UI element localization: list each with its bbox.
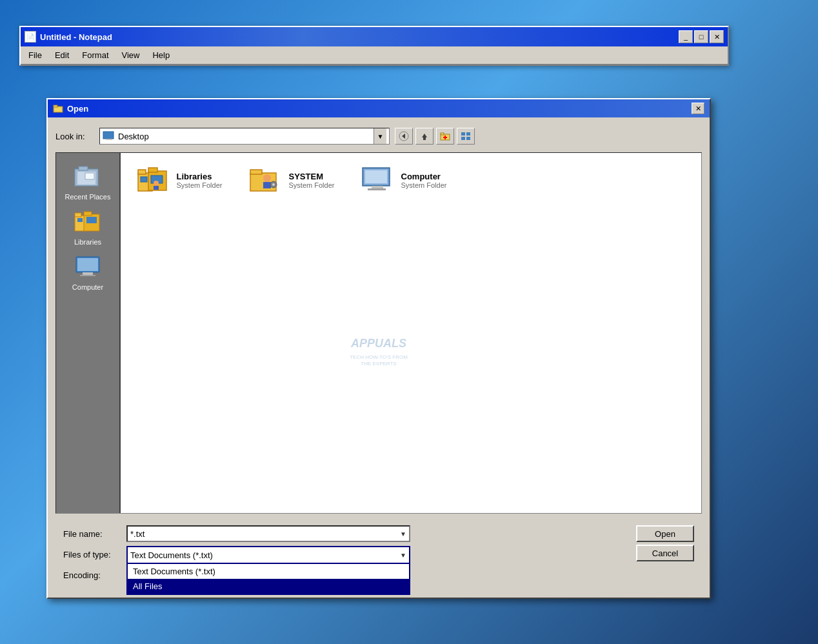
sidebar-recent-label: Recent Places [65,193,111,201]
svg-rect-17 [79,166,88,170]
dialog-title-bar: Open ✕ [48,99,710,117]
svg-rect-37 [154,186,159,190]
svg-rect-27 [77,258,98,271]
dropdown-option-all[interactable]: All Files [128,579,409,594]
content-area: Recent Places [55,152,702,514]
recent-places-icon [72,163,103,190]
file-name-label: File name: [63,529,121,539]
svg-rect-25 [86,217,97,223]
svg-rect-29 [80,275,95,276]
notepad-app-icon: 📄 [25,31,36,43]
files-of-type-row: Files of type: Text Documents (*.txt) ▼ … [63,546,631,563]
notepad-title: Untitled - Notepad [40,32,112,42]
menu-edit[interactable]: Edit [50,48,74,62]
sidebar-item-recent-places[interactable]: Recent Places [65,163,111,201]
svg-rect-39 [250,170,262,174]
files-type-value: Text Documents (*.txt) [130,550,213,560]
file-item-libraries[interactable]: Libraries System Folder [131,163,228,197]
toolbar-buttons [395,128,475,145]
svg-text:APPUALS: APPUALS [350,337,406,350]
file-name-row: File name: *.txt ▼ [63,525,631,542]
svg-rect-14 [461,137,465,140]
action-buttons: Open Cancel [636,525,694,561]
system-text: SYSTEM System Folder [289,172,335,189]
svg-rect-46 [365,170,387,183]
new-folder-button[interactable] [436,128,454,145]
svg-rect-3 [106,139,112,140]
svg-rect-34 [141,177,147,182]
system-name: SYSTEM [289,172,335,181]
computer-name: Computer [401,172,447,181]
sidebar-item-computer[interactable]: Computer [72,254,103,291]
back-icon [399,131,409,141]
file-name-input[interactable]: *.txt ▼ [126,525,410,542]
cancel-button[interactable]: Cancel [636,545,694,561]
desktop-icon [103,131,115,141]
row-with-buttons: File name: *.txt ▼ Files of type: [63,525,694,583]
look-in-bar: Look in: Desktop ▼ [55,125,702,147]
menu-format[interactable]: Format [77,48,114,62]
menu-view[interactable]: View [117,48,145,62]
computer-type: System Folder [401,181,447,189]
svg-rect-23 [84,212,92,216]
svg-rect-31 [138,170,146,174]
up-icon [419,131,430,141]
svg-text:TECH HOW-TO'S FROM: TECH HOW-TO'S FROM [350,354,408,360]
files-type-wrapper: Text Documents (*.txt) ▼ Text Documents … [126,546,410,563]
svg-rect-47 [372,186,383,188]
look-in-combo[interactable]: Desktop ▼ [99,128,390,145]
svg-rect-24 [77,218,83,222]
encoding-label: Encoding: [63,570,121,580]
up-button[interactable] [415,128,434,145]
svg-rect-12 [461,132,465,136]
svg-rect-28 [83,272,93,275]
rows-section: File name: *.txt ▼ Files of type: [63,525,631,583]
svg-point-43 [272,183,275,186]
notepad-title-bar: 📄 Untitled - Notepad _ □ ✕ [21,27,728,46]
open-button[interactable]: Open [636,525,694,542]
menu-file[interactable]: File [23,48,47,62]
svg-point-40 [263,174,271,182]
svg-rect-41 [263,182,271,188]
libraries-text: Libraries System Folder [177,172,223,189]
watermark: APPUALS TECH HOW-TO'S FROM THE EXPERTS [314,321,443,376]
view-button[interactable] [457,128,475,145]
system-icon [249,163,283,197]
svg-rect-33 [148,168,157,172]
dialog-close-button[interactable]: ✕ [692,103,704,114]
close-button[interactable]: ✕ [710,30,724,43]
look-in-dropdown-button[interactable]: ▼ [374,128,386,144]
svg-rect-2 [103,132,114,139]
files-of-type-label: Files of type: [63,550,121,559]
computer-sidebar-icon [72,254,103,281]
libraries-type: System Folder [177,181,223,189]
file-browser: Libraries System Folder [121,153,701,513]
bottom-controls: File name: *.txt ▼ Files of type: [55,519,702,590]
svg-point-36 [154,181,159,186]
system-type: System Folder [289,181,335,189]
sidebar-item-libraries[interactable]: Libraries [72,208,103,246]
computer-text: Computer System Folder [401,172,447,189]
file-item-computer[interactable]: Computer System Folder [355,163,452,197]
svg-rect-9 [441,133,444,135]
back-button[interactable] [395,128,413,145]
menu-help[interactable]: Help [147,48,175,62]
open-dialog: Open ✕ Look in: Desktop ▼ [46,98,711,599]
svg-text:THE EXPERTS: THE EXPERTS [361,361,396,367]
view-icon [461,131,471,141]
files-type-options: Text Documents (*.txt) All Files [126,563,410,595]
libraries-icon [137,163,170,197]
minimize-button[interactable]: _ [679,30,693,43]
dialog-body: Look in: Desktop ▼ [48,117,710,598]
sidebar: Recent Places [56,153,121,513]
file-name-arrow: ▼ [400,530,406,538]
file-item-system[interactable]: SYSTEM System Folder [243,163,340,197]
new-folder-icon [440,131,450,141]
files-type-dropdown[interactable]: Text Documents (*.txt) ▼ [126,546,410,563]
computer-file-icon [361,163,395,197]
svg-rect-15 [466,137,470,140]
dropdown-option-txt[interactable]: Text Documents (*.txt) [128,564,409,579]
maximize-button[interactable]: □ [694,30,708,43]
notepad-window: 📄 Untitled - Notepad _ □ ✕ File Edit For… [19,26,729,66]
libraries-name: Libraries [177,172,223,181]
